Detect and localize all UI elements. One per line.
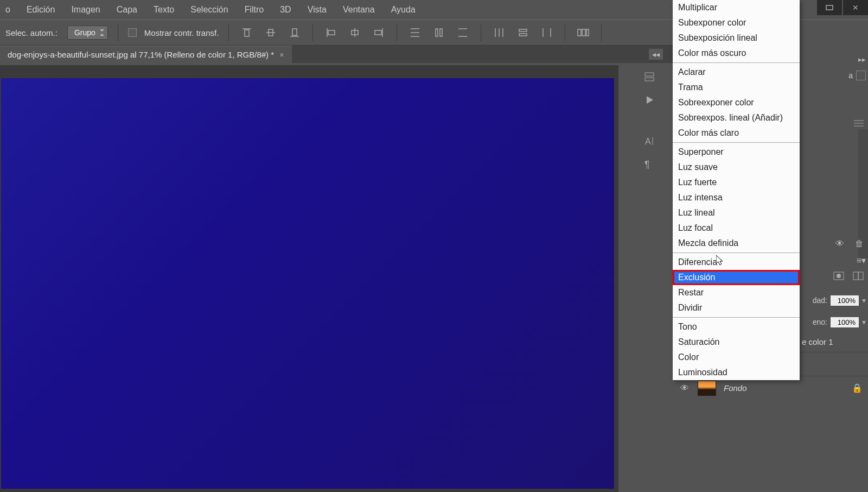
fill-dropdown-icon[interactable]: ▾ [862, 318, 866, 326]
svg-rect-48 [858, 272, 863, 280]
distribute-top-icon[interactable] [407, 24, 423, 41]
blend-item-tono[interactable]: Tono [673, 319, 800, 335]
menu-file[interactable]: o [5, 5, 10, 15]
opacity-input[interactable]: 100% [831, 295, 859, 306]
svg-marker-41 [716, 255, 723, 265]
blend-mode-menu: Multiplicar Subexponer color Subexposici… [673, 0, 800, 380]
layer-thumbnail[interactable] [698, 381, 716, 396]
blend-item-superponer[interactable]: Superponer [673, 144, 800, 160]
distribute-right-icon[interactable] [539, 24, 555, 41]
align-left-icon[interactable] [323, 24, 339, 41]
blend-item-luz-fuerte[interactable]: Luz fuerte [673, 175, 800, 190]
align-right-icon[interactable] [371, 24, 387, 41]
cursor-icon [716, 255, 725, 266]
paragraph-panel-icon[interactable]: ¶ [642, 156, 657, 172]
blend-item-luz-intensa[interactable]: Luz intensa [673, 190, 800, 205]
align-hcenter-icon[interactable] [347, 24, 363, 41]
svg-text:A: A [645, 137, 651, 146]
menu-text[interactable]: Texto [154, 5, 174, 15]
window-close-button[interactable]: ✕ [843, 0, 868, 15]
fill-input[interactable]: 100% [831, 317, 859, 327]
properties-icon[interactable] [853, 272, 864, 280]
layer-name[interactable]: Fondo [724, 383, 747, 393]
show-transform-checkbox[interactable] [128, 28, 137, 37]
blend-item-restar[interactable]: Restar [673, 285, 800, 300]
opacity-dropdown-icon[interactable]: ▾ [862, 296, 866, 305]
panel-menu-2-icon[interactable]: ≡▾ [857, 255, 866, 266]
menu-window[interactable]: Ventana [343, 5, 375, 15]
canvas[interactable] [1, 78, 614, 489]
align-top-icon[interactable] [239, 24, 255, 41]
menu-view[interactable]: Vista [308, 5, 327, 15]
menu-layer[interactable]: Capa [117, 5, 137, 15]
svg-rect-47 [853, 272, 858, 280]
collapse-panels-icon[interactable]: ◂◂ [649, 49, 663, 60]
blend-item-luz-suave[interactable]: Luz suave [673, 160, 800, 175]
mask-icon[interactable] [833, 272, 844, 280]
blend-item-diferencia[interactable]: Diferencia [673, 255, 800, 270]
svg-rect-36 [645, 78, 654, 81]
svg-point-46 [837, 274, 841, 278]
blend-item-sobreexpos-lineal[interactable]: Sobreexpos. lineal (Añadir) [673, 110, 800, 125]
menu-selection[interactable]: Selección [190, 5, 228, 15]
adjustment-delete-icon[interactable]: 🗑 [855, 239, 864, 249]
opacity-label: dad: [813, 296, 827, 305]
svg-rect-0 [826, 5, 833, 10]
layer-partial-name: e color 1 [802, 337, 833, 346]
character-panel-icon[interactable]: A [642, 134, 657, 149]
menu-filter[interactable]: Filtro [245, 5, 264, 15]
svg-text:¶: ¶ [644, 159, 650, 170]
blend-item-subexponer-color[interactable]: Subexponer color [673, 15, 800, 30]
actions-panel-icon[interactable] [642, 92, 657, 108]
auto-align-icon[interactable] [575, 24, 591, 41]
svg-rect-8 [328, 30, 335, 35]
panel-swatch[interactable] [856, 71, 866, 80]
blend-item-exclusion[interactable]: Exclusión [673, 270, 800, 285]
panel-expand-icon[interactable]: ▸▸ [858, 55, 866, 64]
svg-rect-24 [519, 34, 527, 36]
panel-menu-icon[interactable] [854, 119, 865, 129]
svg-marker-37 [647, 96, 653, 104]
blend-item-aclarar[interactable]: Aclarar [673, 65, 800, 80]
show-transform-label: Mostrar contr. transf. [144, 28, 219, 37]
history-panel-icon[interactable] [642, 70, 657, 85]
menu-help[interactable]: Ayuda [391, 5, 416, 15]
blend-item-color-mas-claro[interactable]: Color más claro [673, 125, 800, 141]
adjustment-visibility-icon[interactable]: 👁 [835, 239, 844, 249]
blend-item-luminosidad[interactable]: Luminosidad [673, 365, 800, 380]
blend-item-color[interactable]: Color [673, 350, 800, 365]
blend-item-multiplicar[interactable]: Multiplicar [673, 0, 800, 15]
blend-item-color-mas-oscuro[interactable]: Color más oscuro [673, 46, 800, 61]
menu-3d[interactable]: 3D [280, 5, 291, 15]
distribute-left-icon[interactable] [491, 24, 507, 41]
distribute-hcenter-icon[interactable] [515, 24, 531, 41]
layer-visibility-icon[interactable]: 👁 [680, 383, 690, 393]
auto-select-dropdown[interactable]: Grupo [67, 26, 108, 40]
blend-item-luz-lineal[interactable]: Luz lineal [673, 205, 800, 220]
align-bottom-icon[interactable] [286, 24, 303, 41]
opacity-control: dad: 100% ▾ [792, 291, 868, 310]
blend-item-sobreexponer-color[interactable]: Sobreexponer color [673, 95, 800, 110]
blend-item-subexposicion-lineal[interactable]: Subexposición lineal [673, 30, 800, 46]
document-tab[interactable]: dog-enjoys-a-beautiful-sunset.jpg al 77,… [0, 46, 292, 63]
blend-item-dividir[interactable]: Dividir [673, 300, 800, 316]
window-maximize-button[interactable] [817, 0, 842, 15]
blend-item-saturacion[interactable]: Saturación [673, 335, 800, 350]
svg-rect-12 [375, 30, 381, 35]
blend-item-luz-focal[interactable]: Luz focal [673, 220, 800, 236]
menu-edit[interactable]: Edición [27, 5, 55, 15]
distribute-bottom-icon[interactable] [455, 24, 471, 41]
document-tab-title: dog-enjoys-a-beautiful-sunset.jpg al 77,… [8, 50, 274, 59]
svg-rect-17 [440, 29, 442, 36]
menu-image[interactable]: Imagen [71, 5, 100, 15]
blend-item-trama[interactable]: Trama [673, 80, 800, 95]
fill-label: eno: [813, 318, 827, 326]
distribute-vcenter-icon[interactable] [431, 24, 447, 41]
right-panels: ▸▸ a 👁 🗑 ≡▾ [800, 22, 868, 492]
align-vcenter-icon[interactable] [263, 24, 279, 41]
lock-icon[interactable]: 🔒 [852, 383, 863, 393]
close-tab-icon[interactable]: × [279, 50, 284, 59]
svg-rect-27 [578, 29, 581, 36]
blend-item-mezcla-definida[interactable]: Mezcla definida [673, 236, 800, 251]
auto-select-label: Selec. autom.: [5, 28, 58, 37]
